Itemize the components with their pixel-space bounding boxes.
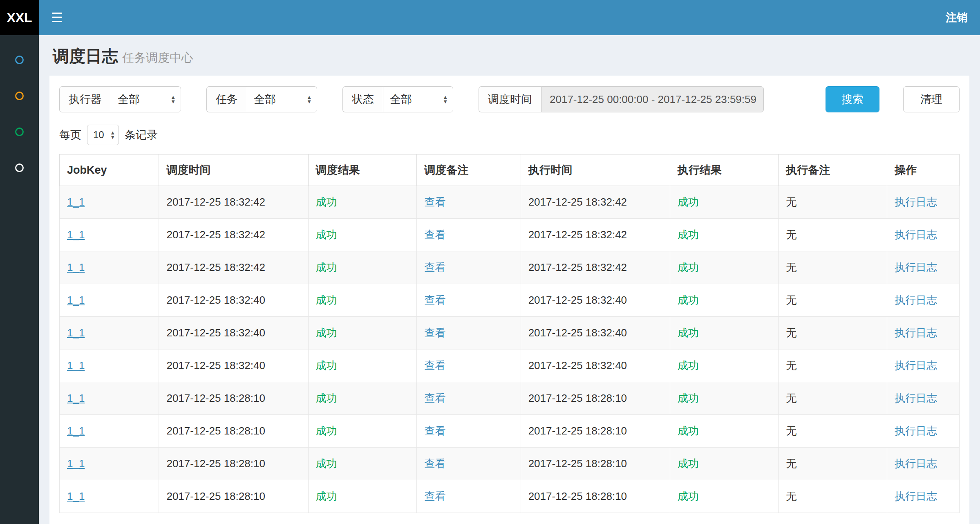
view-link[interactable]: 查看 [424, 327, 445, 339]
jobkey-link[interactable]: 1_1 [67, 457, 85, 470]
cell-trigger-time: 2017-12-25 18:32:42 [159, 251, 308, 284]
cell-action: 执行日志 [887, 251, 959, 284]
view-link[interactable]: 查看 [424, 261, 445, 273]
cell-action: 执行日志 [887, 349, 959, 382]
exec-log-link[interactable]: 执行日志 [895, 294, 937, 306]
logout-link[interactable]: 注销 [946, 10, 968, 25]
sidebar-item-4[interactable] [0, 150, 39, 186]
search-button[interactable]: 搜索 [826, 86, 879, 112]
exec-log-link[interactable]: 执行日志 [895, 327, 937, 339]
table-row: 1_1 2017-12-25 18:28:10 成功 查看 2017-12-25… [60, 448, 960, 480]
cell-action: 执行日志 [887, 317, 959, 349]
jobkey-link[interactable]: 1_1 [67, 392, 85, 404]
view-link[interactable]: 查看 [424, 294, 445, 306]
sidebar-item-3[interactable] [0, 114, 39, 150]
cell-trigger-result: 成功 [308, 186, 417, 219]
cell-trigger-msg: 查看 [417, 349, 521, 382]
cell-jobkey: 1_1 [60, 219, 159, 251]
column-header: 调度结果 [308, 155, 417, 186]
filter-row: 执行器 全部 ▲▼ 任务 全部 ▲▼ 状态 全部 [59, 86, 960, 112]
cell-jobkey: 1_1 [60, 448, 159, 480]
jobkey-link[interactable]: 1_1 [67, 196, 85, 208]
select-stepper-icon: ▲▼ [110, 130, 115, 139]
trigger-time-filter-label: 调度时间 [479, 86, 541, 112]
status-filter-group: 状态 全部 ▲▼ [342, 86, 453, 112]
jobkey-link[interactable]: 1_1 [67, 490, 85, 502]
exec-log-link[interactable]: 执行日志 [895, 261, 937, 273]
job-select-value: 全部 [254, 92, 276, 107]
column-header: 执行结果 [670, 155, 779, 186]
exec-log-link[interactable]: 执行日志 [895, 228, 937, 241]
cell-trigger-time: 2017-12-25 18:32:40 [159, 317, 308, 349]
caret-down-icon: ▼ [443, 99, 448, 104]
jobkey-link[interactable]: 1_1 [67, 294, 85, 306]
column-header: 操作 [887, 155, 959, 186]
executor-filter-label: 执行器 [59, 86, 111, 112]
cell-trigger-msg: 查看 [417, 219, 521, 251]
page-size-value: 10 [93, 129, 104, 141]
view-link[interactable]: 查看 [424, 425, 445, 437]
cell-trigger-msg: 查看 [417, 251, 521, 284]
page-size-select[interactable]: 10 ▲▼ [87, 125, 119, 145]
exec-log-link[interactable]: 执行日志 [895, 490, 937, 502]
cell-jobkey: 1_1 [60, 317, 159, 349]
cell-trigger-result: 成功 [308, 448, 417, 480]
cell-handle-result: 成功 [670, 251, 779, 284]
caret-down-icon: ▼ [307, 99, 312, 104]
sidebar-toggle-icon[interactable]: ☰ [51, 11, 63, 24]
cell-handle-result: 成功 [670, 448, 779, 480]
cell-jobkey: 1_1 [60, 186, 159, 219]
status-select[interactable]: 全部 ▲▼ [383, 86, 453, 112]
content-header: 调度日志任务调度中心 [49, 35, 969, 76]
cell-trigger-result: 成功 [308, 219, 417, 251]
cell-trigger-time: 2017-12-25 18:32:40 [159, 349, 308, 382]
clear-button[interactable]: 清理 [903, 86, 960, 112]
view-link[interactable]: 查看 [424, 359, 445, 372]
page-subtitle: 任务调度中心 [122, 51, 193, 64]
jobkey-link[interactable]: 1_1 [67, 425, 85, 437]
view-link[interactable]: 查看 [424, 457, 445, 470]
view-link[interactable]: 查看 [424, 228, 445, 241]
exec-log-link[interactable]: 执行日志 [895, 196, 937, 208]
cell-handle-time: 2017-12-25 18:28:10 [521, 382, 670, 415]
exec-log-link[interactable]: 执行日志 [895, 359, 937, 372]
exec-log-link[interactable]: 执行日志 [895, 392, 937, 404]
sidebar-item-2[interactable] [0, 78, 39, 114]
table-row: 1_1 2017-12-25 18:32:42 成功 查看 2017-12-25… [60, 186, 960, 219]
cell-trigger-msg: 查看 [417, 382, 521, 415]
executor-select[interactable]: 全部 ▲▼ [111, 86, 181, 112]
cell-trigger-time: 2017-12-25 18:28:10 [159, 480, 308, 513]
jobkey-link[interactable]: 1_1 [67, 327, 85, 339]
table-row: 1_1 2017-12-25 18:28:10 成功 查看 2017-12-25… [60, 415, 960, 448]
cell-handle-msg: 无 [779, 186, 887, 219]
view-link[interactable]: 查看 [424, 196, 445, 208]
jobkey-link[interactable]: 1_1 [67, 261, 85, 273]
trigger-time-range-input[interactable]: 2017-12-25 00:00:00 - 2017-12-25 23:59:5… [541, 86, 764, 112]
view-link[interactable]: 查看 [424, 392, 445, 404]
exec-log-link[interactable]: 执行日志 [895, 425, 937, 437]
view-link[interactable]: 查看 [424, 490, 445, 502]
job-select[interactable]: 全部 ▲▼ [247, 86, 317, 112]
exec-log-link[interactable]: 执行日志 [895, 457, 937, 470]
cell-trigger-result: 成功 [308, 251, 417, 284]
circle-icon [15, 128, 24, 136]
status-filter-label: 状态 [342, 86, 383, 112]
jobkey-link[interactable]: 1_1 [67, 228, 85, 241]
app-logo[interactable]: XXL [0, 0, 39, 35]
cell-jobkey: 1_1 [60, 284, 159, 317]
cell-action: 执行日志 [887, 186, 959, 219]
cell-handle-time: 2017-12-25 18:32:42 [521, 186, 670, 219]
sidebar-item-1[interactable] [0, 42, 39, 78]
cell-trigger-time: 2017-12-25 18:32:42 [159, 186, 308, 219]
cell-trigger-time: 2017-12-25 18:32:40 [159, 284, 308, 317]
cell-handle-time: 2017-12-25 18:32:40 [521, 349, 670, 382]
top-navbar: XXL ☰ 注销 [0, 0, 980, 35]
cell-action: 执行日志 [887, 284, 959, 317]
jobkey-link[interactable]: 1_1 [67, 359, 85, 372]
log-table-header-row: JobKey调度时间调度结果调度备注执行时间执行结果执行备注操作 [60, 155, 960, 186]
cell-handle-result: 成功 [670, 219, 779, 251]
executor-filter-group: 执行器 全部 ▲▼ [59, 86, 181, 112]
cell-jobkey: 1_1 [60, 251, 159, 284]
navbar-main: ☰ 注销 [39, 0, 980, 35]
cell-action: 执行日志 [887, 448, 959, 480]
